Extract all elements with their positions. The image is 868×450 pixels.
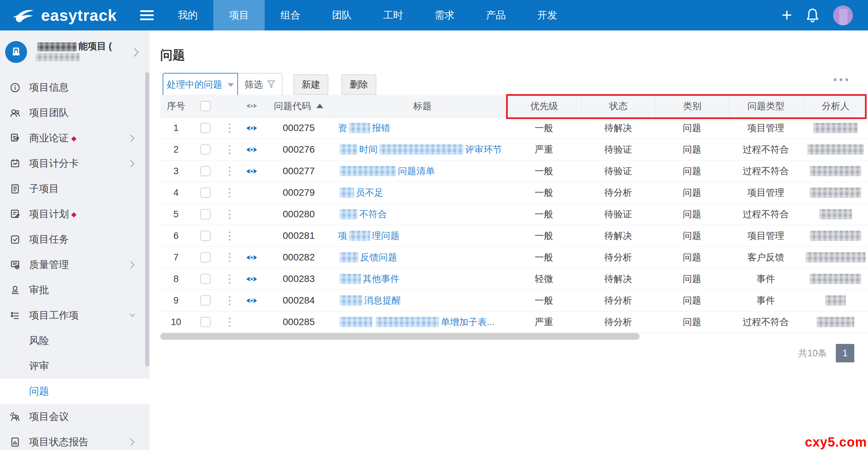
scorecard-icon: [10, 158, 21, 169]
issue-title-link[interactable]: 其他事件: [338, 273, 400, 285]
kebab-menu-icon[interactable]: [229, 296, 230, 305]
delete-button[interactable]: 删除: [341, 74, 376, 95]
row-issue-type: 过程不符合: [729, 160, 803, 182]
eye-icon[interactable]: [246, 146, 257, 153]
issue-row-000282: 7000282反馈问题一般待分析问题客户反馈: [160, 247, 868, 268]
kebab-menu-icon[interactable]: [229, 124, 230, 133]
nav-item-项目[interactable]: 项目: [213, 0, 265, 30]
eye-icon[interactable]: [246, 297, 257, 304]
row-category: 问题: [655, 225, 729, 246]
censored-text: [349, 231, 370, 241]
issue-title-link[interactable]: 消息提醒: [338, 294, 401, 307]
row-status: 待分析: [581, 247, 655, 268]
issue-title-link[interactable]: 不符合: [338, 208, 387, 220]
row-checkbox[interactable]: [200, 295, 211, 306]
nav-item-我的[interactable]: 我的: [162, 0, 213, 30]
header-code[interactable]: 问题代码: [264, 95, 334, 117]
row-checkbox[interactable]: [200, 166, 211, 176]
row-checkbox[interactable]: [200, 144, 211, 155]
row-code: 000275: [264, 117, 334, 139]
kebab-menu-icon[interactable]: [229, 253, 230, 262]
row-checkbox[interactable]: [200, 252, 211, 262]
nav-item-开发[interactable]: 开发: [521, 0, 573, 30]
header-seq: 序号: [160, 95, 192, 117]
row-issue-type: 过程不符合: [729, 311, 803, 333]
select-all-checkbox[interactable]: [200, 101, 211, 111]
sidebar-item-项目计划[interactable]: 项目计划◆: [0, 202, 150, 227]
issue-title-link[interactable]: 问题清单: [338, 165, 435, 177]
nav-item-团队[interactable]: 团队: [316, 0, 367, 30]
issue-title-link[interactable]: 单增加子表...: [338, 316, 495, 328]
sidebar-scrollbar[interactable]: [145, 72, 149, 367]
sidebar-item-项目任务[interactable]: 项目任务: [0, 227, 150, 252]
sidebar-item-子项目[interactable]: 子项目: [0, 176, 150, 202]
user-avatar[interactable]: [833, 5, 853, 25]
sidebar-item-项目工作项[interactable]: 项目工作项: [0, 303, 150, 328]
row-watch: [240, 247, 264, 268]
chevron-right-icon[interactable]: [133, 47, 140, 58]
nav-item-产品[interactable]: 产品: [470, 0, 521, 30]
saved-filter-dropdown[interactable]: 处理中的问题: [163, 73, 238, 96]
kebab-menu-icon[interactable]: [229, 318, 230, 327]
horizontal-scrollbar[interactable]: [160, 333, 640, 340]
kebab-menu-icon[interactable]: [229, 274, 230, 284]
censored-text: [349, 123, 370, 133]
row-checkbox-cell: [192, 268, 219, 290]
chevron-down-icon: [129, 311, 135, 320]
sidebar-item-问题[interactable]: 问题: [0, 379, 150, 404]
more-actions-icon[interactable]: [834, 78, 848, 81]
add-icon[interactable]: +: [782, 8, 792, 23]
eye-icon: [246, 102, 257, 110]
row-checkbox[interactable]: [200, 231, 211, 241]
sidebar-item-商业论证[interactable]: 商业论证◆: [0, 126, 150, 151]
eye-icon[interactable]: [246, 168, 257, 175]
sidebar-item-项目计分卡[interactable]: 项目计分卡: [0, 151, 150, 176]
sidebar-item-评审[interactable]: 评审: [0, 353, 150, 379]
row-checkbox-cell: [192, 225, 219, 246]
row-checkbox[interactable]: [200, 317, 211, 327]
row-checkbox-cell: [192, 311, 219, 333]
eye-icon[interactable]: [246, 254, 257, 261]
chevron-right-icon: [129, 260, 135, 269]
page-1-button[interactable]: 1: [836, 344, 854, 362]
sidebar-item-风险[interactable]: 风险: [0, 328, 150, 353]
nav-item-需求[interactable]: 需求: [419, 0, 470, 30]
row-checkbox[interactable]: [200, 123, 211, 133]
kebab-menu-icon[interactable]: [229, 210, 230, 219]
menu-icon[interactable]: [140, 10, 154, 20]
issue-title-link[interactable]: 反馈问题: [338, 251, 397, 263]
issue-title-link[interactable]: 资报错: [338, 122, 390, 134]
new-button[interactable]: 新建: [293, 74, 328, 95]
row-priority: 一般: [507, 204, 581, 225]
eye-icon[interactable]: [246, 125, 257, 132]
row-issue-type: 项目管理: [729, 225, 803, 246]
sidebar-item-项目会议[interactable]: 项目会议: [0, 404, 150, 429]
team-icon: [10, 107, 21, 118]
issue-title-link[interactable]: 项理问题: [338, 230, 400, 242]
nav-item-组合[interactable]: 组合: [265, 0, 316, 30]
row-checkbox[interactable]: [200, 274, 211, 284]
project-header[interactable]: 能项目 (: [0, 30, 150, 75]
row-checkbox[interactable]: [200, 209, 211, 219]
sidebar-item-项目状态报告[interactable]: 项目状态报告: [0, 429, 150, 450]
kebab-menu-icon[interactable]: [229, 145, 230, 154]
sidebar-item-质量管理[interactable]: 质量管理: [0, 252, 150, 278]
sidebar-item-审批[interactable]: 审批: [0, 278, 150, 303]
sidebar-item-项目团队[interactable]: 项目团队: [0, 100, 150, 126]
issue-title-link[interactable]: 时间评审环节: [338, 143, 502, 156]
nav-item-工时[interactable]: 工时: [367, 0, 419, 30]
kebab-menu-icon[interactable]: [229, 167, 230, 176]
row-checkbox[interactable]: [200, 188, 211, 198]
row-title: 单增加子表...: [334, 311, 507, 333]
kebab-menu-icon[interactable]: [229, 231, 230, 241]
censored-text: [340, 209, 357, 219]
kebab-menu-icon[interactable]: [229, 188, 230, 197]
issue-title-link[interactable]: 员不足: [338, 187, 383, 199]
sidebar-item-项目信息[interactable]: 项目信息: [0, 75, 150, 100]
sidebar-item-label: 评审: [29, 359, 49, 373]
report-icon: [10, 437, 21, 448]
filter-button[interactable]: 筛选: [238, 73, 282, 96]
row-code: 000276: [264, 139, 334, 160]
eye-icon[interactable]: [246, 275, 257, 283]
bell-icon[interactable]: [806, 8, 819, 23]
